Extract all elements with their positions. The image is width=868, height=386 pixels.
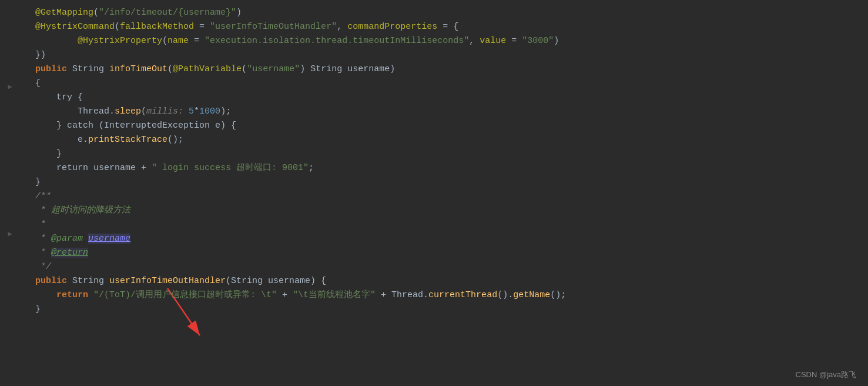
code-token: @param bbox=[51, 234, 83, 244]
code-line: } bbox=[35, 175, 856, 189]
code-token: */ bbox=[35, 262, 51, 272]
code-token: value bbox=[480, 36, 506, 46]
code-line: e.printStackTrace(); bbox=[35, 133, 856, 147]
code-line: } catch (InterruptedException e) { bbox=[35, 119, 856, 133]
code-editor: @GetMapping("/info/timeout/{username}")@… bbox=[0, 0, 868, 322]
code-token: } catch (InterruptedException e) { bbox=[35, 121, 236, 131]
code-line: } bbox=[35, 302, 856, 317]
code-line: * @param username bbox=[35, 232, 856, 246]
code-token: (); bbox=[550, 290, 566, 300]
code-line: * @return bbox=[35, 246, 856, 260]
code-token: try { bbox=[35, 92, 83, 102]
code-token: @PathVariable bbox=[173, 64, 242, 74]
code-token: "\t当前线程池名字" bbox=[293, 290, 376, 300]
code-token: ( bbox=[141, 107, 146, 117]
code-token: String bbox=[67, 64, 109, 74]
code-token: (); bbox=[167, 135, 183, 145]
code-token: ; bbox=[309, 163, 314, 173]
code-token: sleep bbox=[115, 107, 141, 117]
code-token: printStackTrace bbox=[88, 135, 167, 145]
code-token: "userInfoTimeOutHandler" bbox=[210, 22, 337, 32]
code-token: }) bbox=[35, 50, 46, 60]
code-token: " login success 超时端口: 9001" bbox=[152, 163, 309, 173]
code-token: return username + bbox=[35, 163, 152, 173]
code-token: * bbox=[35, 234, 51, 244]
code-token: * bbox=[35, 248, 51, 258]
code-line: /** bbox=[35, 189, 856, 204]
code-token: millis: bbox=[146, 107, 189, 117]
code-line: { bbox=[35, 76, 856, 91]
code-token: 超时访问的降级方法 bbox=[51, 205, 130, 215]
code-line: public String infoTimeOut(@PathVariable(… bbox=[35, 62, 856, 76]
code-token: = bbox=[189, 36, 205, 46]
code-token: + Thread. bbox=[376, 290, 428, 300]
code-token: , bbox=[337, 22, 347, 32]
code-token: * bbox=[35, 219, 46, 229]
code-line: * bbox=[35, 218, 856, 232]
code-token: @HystrixProperty bbox=[35, 36, 162, 46]
code-token: } bbox=[35, 304, 41, 314]
code-line: try { bbox=[35, 91, 856, 105]
code-token: * bbox=[194, 107, 199, 117]
code-token: "/info/timeout/{username}" bbox=[99, 8, 236, 18]
code-token: ( bbox=[167, 64, 173, 74]
code-token: e. bbox=[35, 135, 88, 145]
watermark: CSDN @java路飞 bbox=[796, 370, 857, 380]
code-token: } bbox=[35, 177, 41, 187]
code-token: "execution.isolation.thread.timeoutInMil… bbox=[205, 36, 469, 46]
code-token: getName bbox=[513, 290, 550, 300]
code-token: (String username) { bbox=[226, 276, 326, 286]
code-line: @HystrixProperty(name = "execution.isola… bbox=[35, 34, 856, 48]
code-token: ( bbox=[115, 22, 120, 32]
code-token: ) bbox=[554, 36, 559, 46]
code-token: currentThread bbox=[428, 290, 497, 300]
code-token: = { bbox=[437, 22, 458, 32]
code-line: } bbox=[35, 147, 856, 161]
code-token: Thread. bbox=[35, 107, 115, 117]
code-token: "username" bbox=[247, 64, 300, 74]
code-token: infoTimeOut bbox=[109, 64, 167, 74]
code-token: ) bbox=[236, 8, 242, 18]
code-line: */ bbox=[35, 260, 856, 274]
code-token: ) String username) bbox=[300, 64, 395, 74]
code-token: } bbox=[35, 149, 62, 159]
code-token: ( bbox=[242, 64, 247, 74]
code-token: fallbackMethod bbox=[120, 22, 194, 32]
code-token: "/(ToT)/调用用户信息接口超时或异常: \t" bbox=[93, 290, 277, 300]
code-token: @GetMapping bbox=[35, 8, 93, 18]
code-line: Thread.sleep(millis: 5*1000); bbox=[35, 105, 856, 119]
code-token: = bbox=[194, 22, 210, 32]
code-token: + bbox=[277, 290, 293, 300]
code-line: @HystrixCommand(fallbackMethod = "userIn… bbox=[35, 20, 856, 34]
code-token: , bbox=[469, 36, 480, 46]
code-token: ( bbox=[93, 8, 99, 18]
code-line: return username + " login success 超时端口: … bbox=[35, 161, 856, 175]
code-token: ( bbox=[162, 36, 167, 46]
code-token: = bbox=[506, 36, 522, 46]
code-line: return "/(ToT)/调用用户信息接口超时或异常: \t" + "\t当… bbox=[35, 288, 856, 302]
code-token: username bbox=[88, 234, 130, 244]
code-token: /** bbox=[35, 191, 51, 201]
code-token bbox=[83, 234, 88, 244]
code-token: @HystrixCommand bbox=[35, 22, 115, 32]
code-line: @GetMapping("/info/timeout/{username}") bbox=[35, 6, 856, 20]
code-token: name bbox=[167, 36, 189, 46]
code-token: { bbox=[35, 78, 41, 88]
code-token: * bbox=[35, 205, 51, 215]
code-token: userInfoTimeOutHandler bbox=[109, 276, 226, 286]
code-token: 5 bbox=[189, 107, 194, 117]
code-token: (). bbox=[497, 290, 513, 300]
code-line: * 超时访问的降级方法 bbox=[35, 204, 856, 218]
code-token: commandProperties bbox=[347, 22, 437, 32]
code-token: 1000 bbox=[199, 107, 220, 117]
code-line: public String userInfoTimeOutHandler(Str… bbox=[35, 274, 856, 288]
code-token: public bbox=[35, 276, 67, 286]
code-token: public bbox=[35, 64, 67, 74]
code-token: "3000" bbox=[522, 36, 554, 46]
code-token: String bbox=[67, 276, 109, 286]
code-token: ); bbox=[220, 107, 231, 117]
code-token: @return bbox=[51, 248, 88, 258]
code-line: }) bbox=[35, 48, 856, 62]
code-token: return bbox=[35, 290, 93, 300]
